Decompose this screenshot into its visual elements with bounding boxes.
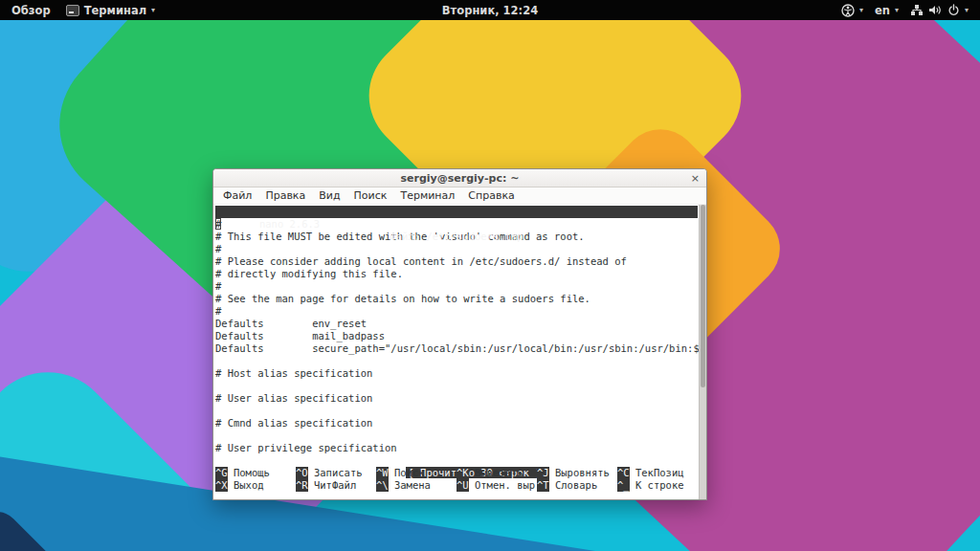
shortcut-key: ^T [537,479,549,492]
shortcut-key: ^C [617,467,630,479]
chevron-down-icon: ▾ [859,7,863,14]
shortcut-label: Словарь [549,479,598,491]
shortcut-key: ^R [296,479,308,492]
app-menu-terminal[interactable]: Терминал ▾ [66,4,155,17]
shortcut-label: ЧитФайл [308,479,357,491]
nano-shortcut: ^R ЧитФайл [296,479,376,492]
nano-shortcut: ^O Записать [296,467,376,479]
editor-line: # Please consider adding local content i… [215,255,698,268]
shortcut-label: ТекПозиц [630,467,684,478]
editor-line [215,430,698,442]
nano-shortcuts-row1: ^G Помощь^O Записать^W Поиск^K Вырезать^… [215,467,698,479]
shortcut-label: Помощь [228,467,270,478]
editor-line: # Host alias specification [215,367,698,380]
shortcut-label: Записать [308,467,363,478]
app-menu-label: Терминал [84,4,146,17]
menu-item[interactable]: Правка [259,189,311,202]
window-title: sergiy@sergiy-pc: ~ [401,172,520,185]
scrollbar-thumb[interactable] [701,205,705,387]
nano-shortcut: ^_ К строке [617,479,698,492]
shortcut-label: Вырезать [469,467,523,478]
menu-bar: ФайлПравкаВидПоискТерминалСправка [213,187,706,205]
shortcut-label: Поиск [389,467,425,478]
editor-line: # [215,305,698,318]
activities-button[interactable]: Обзор [11,4,51,17]
nano-shortcut: ^U Отмен. выр [457,479,537,492]
shortcut-key: ^K [457,467,469,479]
editor-line: # User privilege specification [215,442,698,454]
shortcut-label: Замена [389,479,431,491]
gnome-top-bar: Обзор Терминал ▾ Вторник, 12:24 ▾ en ▾ [0,0,980,20]
network-icon [910,4,924,16]
nano-shortcut: ^W Поиск [376,467,457,479]
chevron-down-icon: ▾ [965,7,969,14]
nano-shortcut: ^C ТекПозиц [617,467,698,479]
menu-item[interactable]: Файл [217,189,257,202]
editor-line: # User alias specification [215,392,698,405]
accessibility-menu[interactable]: ▾ [841,4,863,17]
editor-line [215,355,698,367]
scrollbar[interactable] [699,205,706,499]
shortcut-key: ^G [215,467,228,479]
editor-line: # [215,280,698,293]
nano-shortcuts-row2: ^X Выход^R ЧитФайл^\ Замена^U Отмен. выр… [215,479,698,492]
editor-line: # Cmnd alias specification [215,417,698,430]
terminal-screen[interactable]: nano 2.6.3 Файл: /etc/sudoers.tmp ## Thi… [213,205,706,499]
shortcut-key: ^O [296,467,308,479]
nano-shortcut: ^G Помощь [215,467,296,479]
editor-lines: ## This file MUST be edited with the 'vi… [215,218,698,454]
shortcut-label: К строке [630,479,684,491]
chevron-down-icon: ▾ [895,7,899,14]
editor-line: Defaults mail_badpass [215,330,698,342]
shortcut-key: ^J [537,467,549,479]
power-icon [947,4,960,16]
menu-item[interactable]: Вид [313,189,345,202]
nano-filename: Файл: /etc/sudoers.tmp [215,231,698,243]
menu-item[interactable]: Справка [462,189,520,202]
volume-icon [928,4,943,16]
terminal-app-icon [66,5,79,16]
shortcut-label: Выровнять [549,467,610,478]
terminal-window: sergiy@sergiy-pc: ~ × ФайлПравкаВидПоиск… [212,168,707,500]
shortcut-label: Отмен. выр [469,479,536,491]
shortcut-key: ^W [376,467,389,479]
editor-line: Defaults secure_path="/usr/local/sbin:/u… [215,342,698,355]
nano-title-bar: nano 2.6.3 Файл: /etc/sudoers.tmp [215,206,698,218]
nano-status-line: [ Прочитано 30 строк ] [215,454,698,467]
shortcut-key: ^U [457,479,469,492]
nano-shortcut: ^T Словарь [537,479,617,492]
shortcut-key: ^\ [376,479,389,492]
keyboard-layout-menu[interactable]: en ▾ [875,4,899,17]
editor-line: # See the man page for details on how to… [215,293,698,305]
editor-line [215,405,698,417]
editor-line: Defaults env_reset [215,318,698,330]
nano-version: nano 2.6.3 [252,218,320,230]
shortcut-key: ^X [215,479,228,492]
menu-item[interactable]: Поиск [348,189,393,202]
accessibility-icon [841,4,855,17]
nano-shortcut: ^X Выход [215,479,296,492]
nano-shortcut: ^\ Замена [376,479,457,492]
system-status-menu[interactable]: ▾ [910,4,969,16]
nano-shortcut: ^K Вырезать [457,467,537,479]
window-titlebar[interactable]: sergiy@sergiy-pc: ~ × [213,169,706,187]
menu-item[interactable]: Терминал [394,189,460,202]
nano-shortcut: ^J Выровнять [537,467,617,479]
shortcut-label: Выход [228,479,264,491]
chevron-down-icon: ▾ [151,7,155,14]
editor-line: # directly modifying this file. [215,268,698,280]
keyboard-layout-label: en [875,4,890,17]
editor-line [215,380,698,392]
editor-line: # [215,243,698,255]
shortcut-key: ^_ [617,479,630,492]
close-button[interactable]: × [691,169,700,187]
